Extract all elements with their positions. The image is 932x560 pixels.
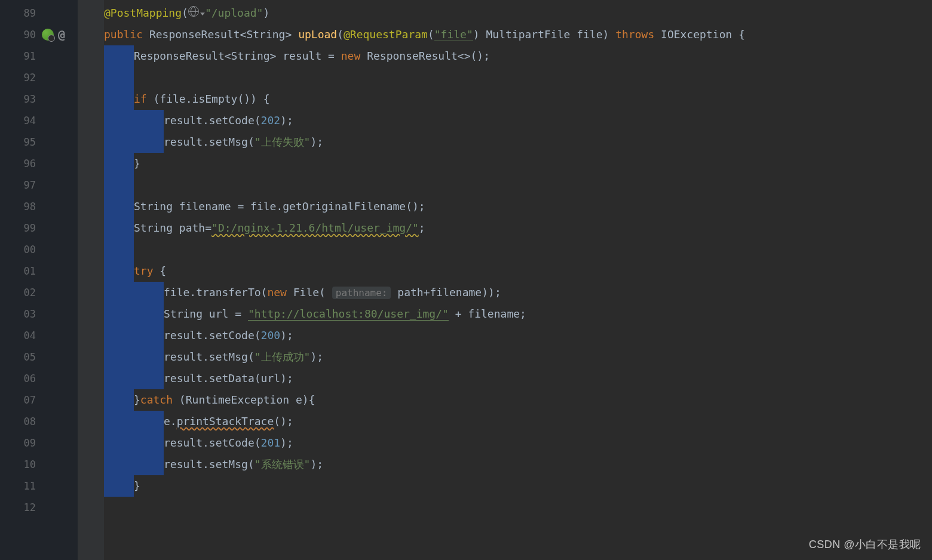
code-line[interactable]: result.setData(url); <box>78 368 932 389</box>
code-line[interactable]: try { <box>78 260 932 282</box>
line-number: 04 <box>0 330 39 341</box>
code-line[interactable]: result.setMsg("上传失败"); <box>78 131 932 153</box>
code-line[interactable]: result.setCode(202); <box>78 110 932 131</box>
line-number: 09 <box>0 437 39 449</box>
code-area[interactable]: @PostMapping("/upload") public ResponseR… <box>78 0 932 560</box>
line-number: 94 <box>0 115 39 127</box>
line-number: 03 <box>0 308 39 320</box>
line-number: 93 <box>0 93 39 105</box>
line-number: 97 <box>0 179 39 191</box>
line-number: 06 <box>0 373 39 384</box>
code-line[interactable] <box>78 174 932 196</box>
code-line[interactable]: ResponseResult<String> result = new Resp… <box>78 45 932 67</box>
code-line[interactable]: if (file.isEmpty()) { <box>78 88 932 110</box>
line-number: 05 <box>0 351 39 363</box>
line-number: 95 <box>0 136 39 148</box>
line-number: 12 <box>0 501 39 513</box>
chevron-down-icon[interactable] <box>200 13 205 16</box>
code-line[interactable]: String url = "http://localhost:80/user_i… <box>78 303 932 325</box>
code-line[interactable]: result.setCode(200); <box>78 325 932 346</box>
code-line[interactable]: result.setMsg("上传成功"); <box>78 346 932 368</box>
globe-icon[interactable] <box>188 6 199 17</box>
line-number: 89 <box>0 7 39 19</box>
code-line[interactable]: file.transferTo(new File( pathname: path… <box>78 282 932 303</box>
code-line[interactable] <box>78 497 932 518</box>
code-line[interactable]: e.printStackTrace(); <box>78 411 932 432</box>
code-line[interactable]: } <box>78 475 932 497</box>
code-line[interactable]: result.setMsg("系统错误"); <box>78 454 932 475</box>
code-line[interactable] <box>78 239 932 260</box>
code-line[interactable]: String path="D:/nginx-1.21.6/html/user_i… <box>78 217 932 239</box>
code-line[interactable]: @PostMapping("/upload") <box>78 2 932 24</box>
code-line[interactable]: public ResponseResult<String> upLoad(@Re… <box>78 24 932 45</box>
line-number: 91 <box>0 50 39 62</box>
gutter: 89 90 @ 91 92 93 94 95 96 97 98 99 00 01… <box>0 0 78 560</box>
watermark: CSDN @小白不是我呢 <box>809 537 921 552</box>
line-number: 00 <box>0 244 39 256</box>
line-number: 11 <box>0 480 39 492</box>
line-number: 99 <box>0 222 39 234</box>
spring-bean-icon[interactable] <box>42 29 54 41</box>
code-editor: 89 90 @ 91 92 93 94 95 96 97 98 99 00 01… <box>0 0 932 560</box>
request-mapping-icon[interactable]: @ <box>55 28 68 41</box>
code-line[interactable]: String filename = file.getOriginalFilena… <box>78 196 932 217</box>
line-number: 90 <box>0 29 39 41</box>
line-number: 98 <box>0 201 39 213</box>
line-number: 08 <box>0 416 39 427</box>
line-number: 01 <box>0 265 39 277</box>
line-number: 92 <box>0 72 39 84</box>
line-number: 07 <box>0 394 39 406</box>
line-number: 96 <box>0 158 39 170</box>
param-hint: pathname: <box>332 287 391 299</box>
code-line[interactable]: } <box>78 153 932 174</box>
line-number: 02 <box>0 287 39 299</box>
code-line[interactable]: }catch (RuntimeException e){ <box>78 389 932 411</box>
line-number: 10 <box>0 459 39 470</box>
code-line[interactable] <box>78 67 932 88</box>
minimap[interactable] <box>925 0 932 560</box>
code-line[interactable]: result.setCode(201); <box>78 432 932 454</box>
